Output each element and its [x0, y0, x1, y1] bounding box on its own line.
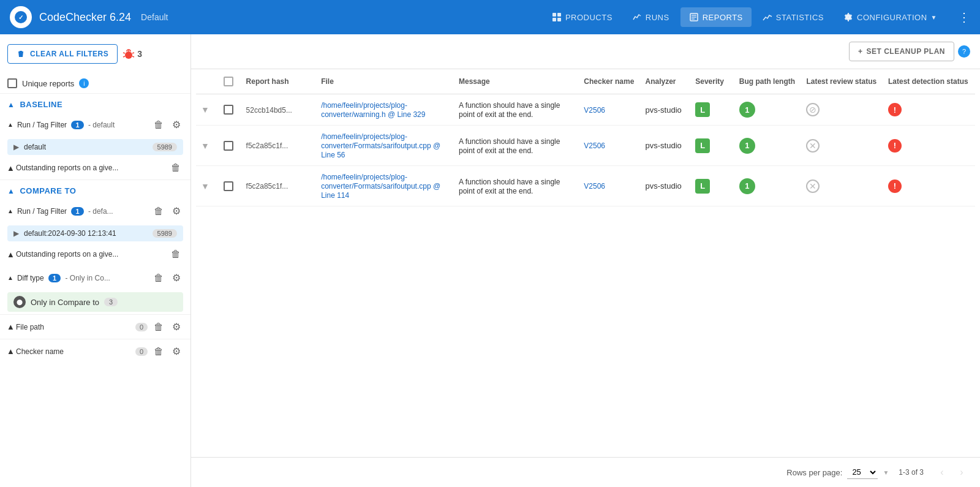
checker-name-settings[interactable]: ⚙: [170, 344, 183, 358]
checker-name-link[interactable]: V2506: [584, 182, 605, 191]
row-expand-cell: ▼: [196, 94, 219, 126]
checker-name-delete[interactable]: 🗑: [151, 345, 166, 358]
page-info: 1-3 of 3: [899, 468, 924, 477]
nav-runs[interactable]: RUNS: [624, 7, 678, 27]
table-row[interactable]: ▼ f5c2a85c1f... /home/feelin/projects/pl…: [196, 126, 975, 166]
review-status-icon: ⊘: [806, 103, 820, 116]
compare-run-tag-filter[interactable]: ▲ Run / Tag Filter 1 - defa... 🗑 ⚙: [0, 199, 190, 223]
pagination-bar: Rows per page: 25 50 100 ▼ 1-3 of 3 ‹ ›: [191, 457, 980, 487]
diff-type-count: 1: [48, 274, 61, 282]
row-checker-cell: V2506: [579, 94, 640, 126]
row-detect-cell: !: [883, 126, 975, 166]
svg-rect-2: [552, 13, 556, 17]
report-message: A function should have a single point of…: [459, 137, 560, 155]
checker-name-link[interactable]: V2506: [584, 142, 605, 150]
outstanding-chevron: ▶: [7, 165, 13, 170]
file-path-link[interactable]: /home/feelin/projects/plog-converter/For…: [321, 132, 440, 159]
svg-line-13: [123, 56, 125, 57]
baseline-outstanding-delete[interactable]: 🗑: [168, 161, 183, 175]
severity-badge: L: [695, 102, 710, 117]
nav-reports[interactable]: REPORTS: [680, 7, 752, 27]
analyzer-value: pvs-studio: [646, 141, 682, 150]
baseline-run-item-label: default: [24, 143, 148, 151]
baseline-run-tag-delete[interactable]: 🗑: [151, 118, 166, 132]
baseline-run-tag-label: Run / Tag Filter 1 - default: [17, 121, 148, 129]
compare-run-tag-value: - defa...: [88, 207, 113, 216]
svg-rect-5: [557, 18, 561, 21]
unique-reports-info[interactable]: i: [79, 78, 89, 88]
row-severity-cell: L: [690, 166, 734, 206]
baseline-run-tag-filter[interactable]: ▲ Run / Tag Filter 1 - default 🗑 ⚙: [0, 113, 190, 137]
nav-products[interactable]: PRODUCTS: [543, 7, 621, 27]
prev-page-button[interactable]: ‹: [933, 464, 951, 481]
diff-type-delete[interactable]: 🗑: [151, 271, 166, 285]
severity-badge: L: [695, 138, 710, 153]
file-path-delete[interactable]: 🗑: [151, 320, 166, 334]
diff-type-settings[interactable]: ⚙: [170, 271, 183, 285]
sidebar: CLEAR ALL FILTERS 3 Unique reports i ▲ B…: [0, 34, 191, 487]
diff-type-item-count: 3: [104, 298, 118, 306]
row-detect-cell: !: [883, 94, 975, 126]
nav-statistics[interactable]: STATISTICS: [754, 7, 832, 27]
help-icon[interactable]: ?: [958, 45, 970, 58]
row-hash-cell: f5c2a85c1f...: [241, 166, 317, 206]
row-checkbox[interactable]: [224, 141, 233, 151]
compare-outstanding-delete[interactable]: 🗑: [168, 247, 183, 261]
row-expand-button[interactable]: ▼: [201, 105, 209, 115]
compare-outstanding[interactable]: ▶ Outstanding reports on a give... 🗑: [0, 244, 190, 266]
table-row[interactable]: ▼ 52ccb14bd5... /home/feelin/projects/pl…: [196, 94, 975, 126]
baseline-outstanding[interactable]: ▶ Outstanding reports on a give... 🗑: [0, 157, 190, 179]
col-bugpath-header: Bug path length: [734, 69, 802, 94]
row-file-cell: /home/feelin/projects/plog-converter/For…: [316, 126, 454, 166]
compare-header[interactable]: ▲ COMPARE TO: [0, 180, 190, 199]
compare-label: COMPARE TO: [20, 186, 76, 195]
bug-path-length-badge: 1: [739, 178, 755, 194]
baseline-run-tag-settings[interactable]: ⚙: [170, 118, 183, 132]
reports-table: Report hash File Message Checker name An…: [196, 69, 975, 206]
row-checkbox[interactable]: [224, 181, 233, 191]
col-expand-header: [196, 69, 219, 94]
compare-run-item[interactable]: ▶ default:2024-09-30 12:13:41 5989: [7, 225, 183, 241]
file-path-link[interactable]: /home/feelin/projects/plog-converter/war…: [321, 101, 425, 119]
checker-name-link[interactable]: V2506: [584, 106, 605, 115]
file-path-settings[interactable]: ⚙: [170, 320, 183, 334]
unique-reports-checkbox[interactable]: [7, 78, 17, 88]
menu-icon[interactable]: ⋮: [958, 10, 970, 25]
diff-type-value: - Only in Co...: [66, 274, 110, 282]
file-path-link[interactable]: /home/feelin/projects/plog-converter/For…: [321, 173, 440, 200]
file-path-filter[interactable]: ▶ File path 0 🗑 ⚙: [0, 314, 190, 339]
diff-type-item[interactable]: ⬤ Only in Compare to 3: [7, 292, 183, 312]
nav-configuration[interactable]: CONFIGURATION ▼: [835, 7, 946, 27]
baseline-outstanding-label: Outstanding reports on a give...: [16, 164, 165, 172]
diff-type-filter[interactable]: ▲ Diff type 1 - Only in Co... 🗑 ⚙: [0, 266, 190, 290]
baseline-chevron: ▲: [7, 100, 15, 109]
svg-line-12: [132, 53, 134, 53]
main-layout: CLEAR ALL FILTERS 3 Unique reports i ▲ B…: [0, 34, 980, 487]
report-message: A function should have a single point of…: [459, 178, 560, 195]
select-all-checkbox[interactable]: [224, 77, 233, 86]
row-checker-cell: V2506: [579, 126, 640, 166]
content-area: + SET CLEANUP PLAN ? Report hash File Me…: [191, 34, 980, 487]
col-analyzer-header: Analyzer: [641, 69, 691, 94]
row-checkbox[interactable]: [224, 105, 233, 115]
checker-name-filter[interactable]: ▶ Checker name 0 🗑 ⚙: [0, 339, 190, 363]
compare-run-item-count: 5989: [153, 229, 177, 238]
compare-run-item-label: default:2024-09-30 12:13:41: [24, 229, 148, 238]
rows-per-page-select[interactable]: 25 50 100: [847, 466, 878, 479]
row-expand-cell: ▼: [196, 166, 219, 206]
clear-filters-button[interactable]: CLEAR ALL FILTERS: [7, 44, 118, 64]
compare-run-tag-settings[interactable]: ⚙: [170, 204, 183, 218]
table-row[interactable]: ▼ f5c2a85c1f... /home/feelin/projects/pl…: [196, 166, 975, 206]
baseline-run-item[interactable]: ▶ default 5989: [7, 139, 183, 155]
svg-rect-4: [552, 18, 556, 21]
row-expand-button[interactable]: ▼: [201, 181, 209, 191]
col-hash-header: Report hash: [241, 69, 317, 94]
next-page-button[interactable]: ›: [953, 464, 970, 481]
unique-reports-row: Unique reports i: [0, 74, 190, 93]
row-expand-button[interactable]: ▼: [201, 141, 209, 151]
baseline-run-tag-value: - default: [88, 121, 115, 129]
compare-run-tag-delete[interactable]: 🗑: [151, 205, 166, 218]
cleanup-plan-button[interactable]: + SET CLEANUP PLAN: [849, 42, 954, 61]
compare-outstanding-chevron: ▶: [7, 252, 13, 257]
baseline-header[interactable]: ▲ BASELINE: [0, 94, 190, 113]
